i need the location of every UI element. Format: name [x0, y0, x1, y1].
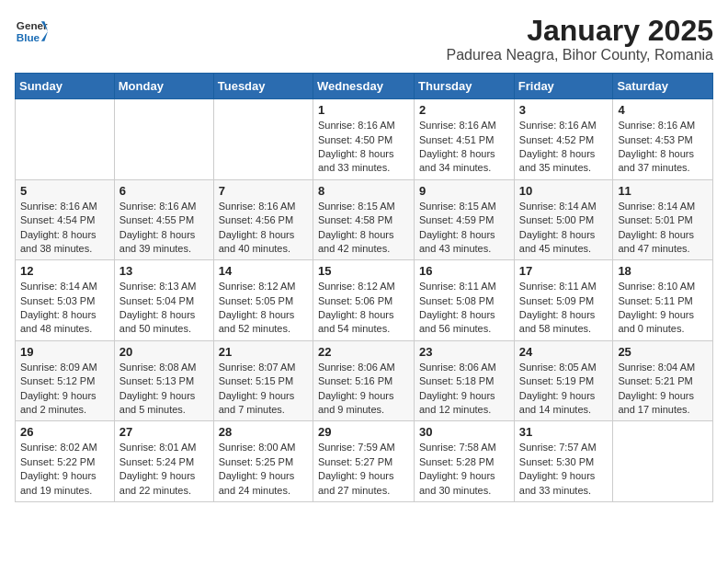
weekday-header: Thursday: [415, 74, 515, 99]
logo: General Blue: [15, 15, 48, 48]
day-info: Sunrise: 8:16 AM Sunset: 4:50 PM Dayligh…: [318, 119, 409, 176]
day-number: 31: [519, 425, 609, 439]
calendar-cell: 8Sunrise: 8:15 AM Sunset: 4:58 PM Daylig…: [313, 179, 414, 260]
calendar-cell: 9Sunrise: 8:15 AM Sunset: 4:59 PM Daylig…: [415, 179, 515, 260]
day-info: Sunrise: 8:16 AM Sunset: 4:51 PM Dayligh…: [419, 119, 509, 176]
calendar-cell: 29Sunrise: 7:59 AM Sunset: 5:27 PM Dayli…: [313, 421, 414, 502]
day-number: 26: [20, 425, 109, 439]
calendar-cell: 22Sunrise: 8:06 AM Sunset: 5:16 PM Dayli…: [313, 340, 414, 421]
day-info: Sunrise: 8:16 AM Sunset: 4:52 PM Dayligh…: [519, 119, 609, 176]
day-info: Sunrise: 8:16 AM Sunset: 4:55 PM Dayligh…: [119, 200, 209, 257]
calendar-week-row: 12Sunrise: 8:14 AM Sunset: 5:03 PM Dayli…: [16, 260, 713, 341]
calendar-cell: 20Sunrise: 8:08 AM Sunset: 5:13 PM Dayli…: [114, 340, 213, 421]
calendar-cell: 1Sunrise: 8:16 AM Sunset: 4:50 PM Daylig…: [313, 99, 414, 180]
day-number: 12: [20, 264, 109, 278]
calendar-cell: 15Sunrise: 8:12 AM Sunset: 5:06 PM Dayli…: [313, 260, 414, 341]
day-info: Sunrise: 8:07 AM Sunset: 5:15 PM Dayligh…: [219, 361, 308, 418]
calendar-cell: 14Sunrise: 8:12 AM Sunset: 5:05 PM Dayli…: [213, 260, 313, 341]
day-number: 25: [618, 345, 708, 359]
logo-icon: General Blue: [15, 15, 48, 48]
day-number: 16: [419, 264, 509, 278]
day-number: 18: [618, 264, 708, 278]
day-number: 21: [219, 345, 308, 359]
calendar-table: SundayMondayTuesdayWednesdayThursdayFrid…: [15, 73, 713, 502]
day-info: Sunrise: 8:14 AM Sunset: 5:01 PM Dayligh…: [618, 200, 708, 257]
weekday-header: Saturday: [613, 74, 713, 99]
day-info: Sunrise: 8:06 AM Sunset: 5:18 PM Dayligh…: [419, 361, 509, 418]
calendar-cell: 28Sunrise: 8:00 AM Sunset: 5:25 PM Dayli…: [213, 421, 313, 502]
day-number: 23: [419, 345, 509, 359]
calendar-cell: 10Sunrise: 8:14 AM Sunset: 5:00 PM Dayli…: [514, 179, 613, 260]
svg-text:General: General: [17, 19, 48, 31]
day-number: 20: [119, 345, 209, 359]
day-info: Sunrise: 8:16 AM Sunset: 4:53 PM Dayligh…: [618, 119, 708, 176]
calendar-week-row: 1Sunrise: 8:16 AM Sunset: 4:50 PM Daylig…: [16, 99, 713, 180]
day-number: 1: [318, 103, 409, 117]
day-info: Sunrise: 8:01 AM Sunset: 5:24 PM Dayligh…: [119, 441, 209, 498]
day-number: 4: [618, 103, 708, 117]
calendar-cell: 26Sunrise: 8:02 AM Sunset: 5:22 PM Dayli…: [16, 421, 115, 502]
day-info: Sunrise: 8:15 AM Sunset: 4:58 PM Dayligh…: [318, 200, 409, 257]
day-info: Sunrise: 8:00 AM Sunset: 5:25 PM Dayligh…: [219, 441, 308, 498]
weekday-header: Sunday: [16, 74, 115, 99]
day-info: Sunrise: 8:12 AM Sunset: 5:06 PM Dayligh…: [318, 280, 409, 337]
day-number: 8: [318, 184, 409, 198]
svg-text:Blue: Blue: [17, 31, 40, 43]
calendar-week-row: 5Sunrise: 8:16 AM Sunset: 4:54 PM Daylig…: [16, 179, 713, 260]
day-number: 15: [318, 264, 409, 278]
day-number: 22: [318, 345, 409, 359]
calendar-cell: 27Sunrise: 8:01 AM Sunset: 5:24 PM Dayli…: [114, 421, 213, 502]
calendar-cell: 25Sunrise: 8:04 AM Sunset: 5:21 PM Dayli…: [613, 340, 713, 421]
day-number: 19: [20, 345, 109, 359]
day-info: Sunrise: 8:14 AM Sunset: 5:03 PM Dayligh…: [20, 280, 109, 337]
day-number: 2: [419, 103, 509, 117]
day-info: Sunrise: 7:58 AM Sunset: 5:28 PM Dayligh…: [419, 441, 509, 498]
day-info: Sunrise: 7:59 AM Sunset: 5:27 PM Dayligh…: [318, 441, 409, 498]
calendar-cell: 2Sunrise: 8:16 AM Sunset: 4:51 PM Daylig…: [415, 99, 515, 180]
day-info: Sunrise: 8:06 AM Sunset: 5:16 PM Dayligh…: [318, 361, 409, 418]
title-block: January 2025 Padurea Neagra, Bihor Count…: [446, 15, 713, 63]
day-number: 27: [119, 425, 209, 439]
day-info: Sunrise: 8:12 AM Sunset: 5:05 PM Dayligh…: [219, 280, 308, 337]
day-info: Sunrise: 8:08 AM Sunset: 5:13 PM Dayligh…: [119, 361, 209, 418]
calendar-cell: 24Sunrise: 8:05 AM Sunset: 5:19 PM Dayli…: [514, 340, 613, 421]
calendar-cell: [16, 99, 115, 180]
calendar-cell: 19Sunrise: 8:09 AM Sunset: 5:12 PM Dayli…: [16, 340, 115, 421]
day-info: Sunrise: 8:16 AM Sunset: 4:56 PM Dayligh…: [219, 200, 308, 257]
day-number: 28: [219, 425, 308, 439]
day-info: Sunrise: 8:11 AM Sunset: 5:09 PM Dayligh…: [519, 280, 609, 337]
day-number: 17: [519, 264, 609, 278]
calendar-week-row: 26Sunrise: 8:02 AM Sunset: 5:22 PM Dayli…: [16, 421, 713, 502]
day-number: 10: [519, 184, 609, 198]
calendar-header-row: SundayMondayTuesdayWednesdayThursdayFrid…: [16, 74, 713, 99]
calendar-cell: 13Sunrise: 8:13 AM Sunset: 5:04 PM Dayli…: [114, 260, 213, 341]
weekday-header: Monday: [114, 74, 213, 99]
calendar-cell: 3Sunrise: 8:16 AM Sunset: 4:52 PM Daylig…: [514, 99, 613, 180]
calendar-cell: [613, 421, 713, 502]
day-info: Sunrise: 8:16 AM Sunset: 4:54 PM Dayligh…: [20, 200, 109, 257]
calendar-cell: 12Sunrise: 8:14 AM Sunset: 5:03 PM Dayli…: [16, 260, 115, 341]
calendar-cell: 6Sunrise: 8:16 AM Sunset: 4:55 PM Daylig…: [114, 179, 213, 260]
weekday-header: Friday: [514, 74, 613, 99]
day-info: Sunrise: 8:15 AM Sunset: 4:59 PM Dayligh…: [419, 200, 509, 257]
day-number: 5: [20, 184, 109, 198]
day-info: Sunrise: 8:14 AM Sunset: 5:00 PM Dayligh…: [519, 200, 609, 257]
day-info: Sunrise: 8:10 AM Sunset: 5:11 PM Dayligh…: [618, 280, 708, 337]
calendar-cell: 21Sunrise: 8:07 AM Sunset: 5:15 PM Dayli…: [213, 340, 313, 421]
day-info: Sunrise: 8:04 AM Sunset: 5:21 PM Dayligh…: [618, 361, 708, 418]
page-title: January 2025: [446, 15, 713, 47]
calendar-cell: 16Sunrise: 8:11 AM Sunset: 5:08 PM Dayli…: [415, 260, 515, 341]
calendar-cell: 5Sunrise: 8:16 AM Sunset: 4:54 PM Daylig…: [16, 179, 115, 260]
calendar-cell: 18Sunrise: 8:10 AM Sunset: 5:11 PM Dayli…: [613, 260, 713, 341]
calendar-cell: 31Sunrise: 7:57 AM Sunset: 5:30 PM Dayli…: [514, 421, 613, 502]
calendar-cell: [213, 99, 313, 180]
day-number: 29: [318, 425, 409, 439]
calendar-cell: 7Sunrise: 8:16 AM Sunset: 4:56 PM Daylig…: [213, 179, 313, 260]
day-number: 7: [219, 184, 308, 198]
day-info: Sunrise: 8:13 AM Sunset: 5:04 PM Dayligh…: [119, 280, 209, 337]
calendar-cell: 4Sunrise: 8:16 AM Sunset: 4:53 PM Daylig…: [613, 99, 713, 180]
calendar-cell: 30Sunrise: 7:58 AM Sunset: 5:28 PM Dayli…: [415, 421, 515, 502]
day-number: 14: [219, 264, 308, 278]
calendar-week-row: 19Sunrise: 8:09 AM Sunset: 5:12 PM Dayli…: [16, 340, 713, 421]
day-info: Sunrise: 8:02 AM Sunset: 5:22 PM Dayligh…: [20, 441, 109, 498]
